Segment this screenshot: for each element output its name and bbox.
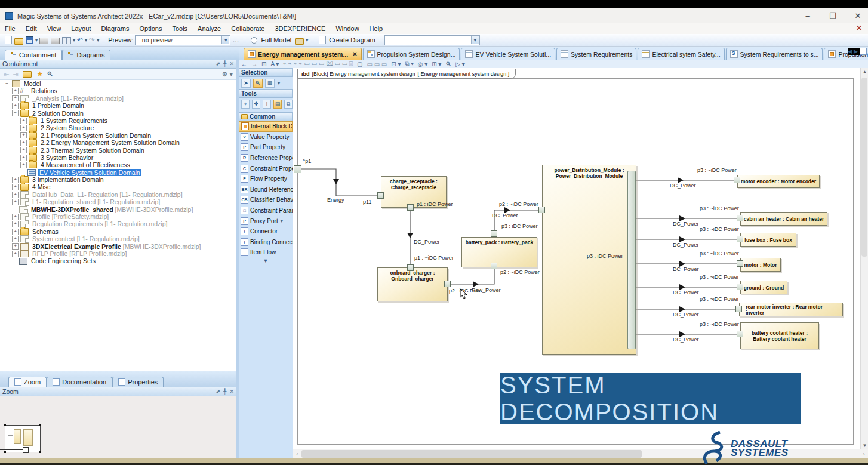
print-icon[interactable] bbox=[39, 38, 48, 44]
tree-expander-icon[interactable]: + bbox=[12, 103, 19, 109]
block-motor[interactable]: motor : Motor bbox=[740, 258, 781, 272]
redo-icon[interactable]: ↷ bbox=[89, 36, 95, 44]
palette-item[interactable]: VValue Property bbox=[239, 132, 293, 143]
text-style-icon[interactable]: A ▾ bbox=[270, 61, 279, 67]
tab-scroll-left-icon[interactable]: ◀ bbox=[848, 48, 852, 54]
palette-item[interactable]: /Binding Connector bbox=[239, 237, 293, 248]
tree-item[interactable]: −Model bbox=[0, 80, 236, 87]
tree-expander-icon[interactable]: + bbox=[20, 147, 27, 153]
port[interactable] bbox=[734, 177, 740, 183]
tree-item[interactable]: +4 Misc bbox=[0, 183, 236, 190]
save-icon[interactable] bbox=[26, 36, 33, 44]
palette-tools-header[interactable]: Tools bbox=[239, 89, 293, 98]
tree-item[interactable]: +RFLP Profile [RFLP Profile.mdzip] bbox=[0, 250, 236, 257]
menu-item-diagrams[interactable]: Diagrams bbox=[101, 25, 129, 32]
menu-item-edit[interactable]: Edit bbox=[26, 25, 37, 32]
port[interactable] bbox=[294, 165, 301, 173]
tree-expander-icon[interactable]: + bbox=[12, 192, 19, 198]
tree-item[interactable]: EV Vehicle System Solution Domain bbox=[0, 169, 236, 176]
tree-expander-icon[interactable]: + bbox=[20, 140, 27, 146]
tree-item[interactable]: Code Engineering Sets bbox=[0, 257, 236, 264]
selection-grid-icon[interactable]: ▦ bbox=[265, 79, 275, 88]
tree-expander-icon[interactable]: − bbox=[4, 81, 10, 87]
clipboard-dropdown[interactable]: ▾ bbox=[306, 38, 308, 43]
zoom-select-icon[interactable]: 🔍︎ bbox=[253, 79, 263, 88]
menu-item-file[interactable]: File bbox=[5, 25, 16, 32]
diagram-tab[interactable]: Energy management system...✕ bbox=[244, 48, 362, 60]
menu-item-analyze[interactable]: Analyze bbox=[198, 25, 221, 32]
tree-expander-icon[interactable]: + bbox=[12, 95, 19, 101]
block-motor-encoder[interactable]: motor encoder : Motor encoder bbox=[737, 175, 820, 188]
tree-expander-icon[interactable]: + bbox=[12, 221, 19, 227]
create-diagram-button[interactable]: Create Diagram bbox=[315, 35, 378, 45]
menu-item-window[interactable]: Window bbox=[335, 25, 359, 32]
tree-item[interactable]: +_Analysis [L1- Regulation.mdzip] bbox=[0, 95, 236, 102]
palette-item[interactable]: □Constraint Param... bbox=[239, 205, 293, 216]
show-in-tree-icon[interactable]: ⊞ bbox=[261, 61, 266, 67]
undo-icon[interactable]: ↶ bbox=[77, 36, 83, 44]
tree-expander-icon[interactable]: + bbox=[12, 251, 19, 257]
power-distribution-port-bar[interactable] bbox=[627, 171, 636, 349]
tree-item[interactable]: +2.1 Propulsion System Solution Domain bbox=[0, 132, 236, 139]
move-tool-icon[interactable]: ✥ bbox=[252, 100, 260, 109]
structure-tool-icon[interactable]: ⧉ bbox=[284, 100, 293, 109]
diagram-tab[interactable]: EV Vehicle System Soluti... bbox=[461, 48, 555, 60]
tree-item[interactable]: +3 Implementation Domain bbox=[0, 176, 236, 183]
back-icon[interactable]: ← bbox=[241, 61, 247, 67]
clipboard-icon[interactable] bbox=[295, 38, 304, 45]
tree-item[interactable]: +2 System Structure bbox=[0, 124, 236, 131]
tree-item[interactable]: +Relations bbox=[0, 87, 236, 94]
scroll-up-icon[interactable]: ▲ bbox=[861, 68, 868, 76]
tree-item[interactable]: +1 System Requirements bbox=[0, 117, 236, 124]
open-in-tree-icon[interactable] bbox=[23, 71, 32, 78]
diagram-tab[interactable]: Electrical sytem Safety... bbox=[638, 48, 724, 60]
tree-item[interactable]: MBWHE-3DXProfile_shared [MBWHE-3DXProfil… bbox=[0, 206, 236, 213]
selection-dropdown[interactable]: ▾ bbox=[278, 81, 280, 86]
bottom-tab-properties[interactable]: Properties bbox=[112, 377, 164, 387]
validate-icon[interactable]: ◎ ▾ bbox=[418, 61, 428, 67]
panel-tab-containment[interactable]: Containment bbox=[5, 50, 62, 60]
print-preview-icon[interactable] bbox=[51, 38, 60, 44]
palette-item[interactable]: CConstraint Property bbox=[239, 163, 293, 174]
select-cursor-icon[interactable]: ➤ bbox=[241, 79, 251, 88]
tree-item[interactable]: +System context [L1- Regulation.mdzip] bbox=[0, 235, 236, 242]
redo-dropdown[interactable]: ▾ bbox=[97, 38, 99, 43]
port[interactable] bbox=[407, 264, 414, 271]
block-rear-motor-inverter[interactable]: rear motor inverter : Rear motor inverte… bbox=[739, 303, 843, 316]
maximize-button[interactable]: ❐ bbox=[827, 11, 838, 20]
zoom-pin-icon[interactable]: ╀ bbox=[223, 389, 226, 395]
block-battery-pack[interactable]: battery_pack : Battery_pack bbox=[461, 237, 537, 267]
tree-item[interactable]: +1 Problem Domain bbox=[0, 102, 236, 109]
zoom-close-icon[interactable]: ✕ bbox=[229, 389, 234, 395]
preview-more-button[interactable]: … bbox=[232, 36, 239, 44]
menu-item-help[interactable]: Help bbox=[370, 25, 383, 32]
magnet-tool-icon[interactable]: ⌖ bbox=[241, 100, 250, 109]
block-fuse-box[interactable]: fuse box : Fuse box bbox=[740, 233, 796, 247]
undo-dropdown[interactable]: ▾ bbox=[85, 38, 87, 43]
preview-combobox[interactable]: - no preview -▾ bbox=[135, 35, 230, 45]
block-ground[interactable]: ground : Ground bbox=[740, 281, 787, 294]
vertical-scroll-thumb[interactable] bbox=[861, 78, 867, 257]
menu-item-options[interactable]: Options bbox=[139, 25, 162, 32]
palette-common-header[interactable]: Common bbox=[239, 112, 293, 121]
palette-expand-icon[interactable]: ▼ bbox=[239, 258, 293, 266]
ibd-frame-header[interactable]: ibd [Block] Energy management system des… bbox=[297, 69, 516, 79]
tree-expander-icon[interactable]: + bbox=[20, 155, 27, 161]
expand-icon[interactable]: ⇥ bbox=[13, 70, 18, 78]
port[interactable] bbox=[737, 236, 743, 242]
port[interactable] bbox=[491, 263, 497, 269]
menu-item-collaborate[interactable]: Collaborate bbox=[231, 25, 264, 32]
note-icon[interactable]: ▢ bbox=[357, 61, 362, 67]
bottom-tab-zoom[interactable]: Zoom bbox=[8, 377, 47, 387]
report-dropdown[interactable]: ▾ bbox=[73, 38, 75, 43]
palette-selection-header[interactable]: Selection bbox=[239, 68, 293, 77]
forward-icon[interactable]: → bbox=[251, 61, 257, 67]
tree-expander-icon[interactable]: + bbox=[20, 162, 27, 168]
scroll-right-icon[interactable]: › bbox=[860, 449, 868, 458]
block-onboard-charger[interactable]: onboard_charger :Onboard_charger bbox=[377, 267, 448, 301]
tree-item[interactable]: +3 System Behavior bbox=[0, 154, 236, 161]
save-dropdown[interactable]: ▾ bbox=[35, 38, 38, 43]
favorites-icon[interactable]: ★ bbox=[36, 70, 43, 78]
port[interactable] bbox=[737, 260, 743, 267]
port[interactable] bbox=[737, 331, 743, 337]
